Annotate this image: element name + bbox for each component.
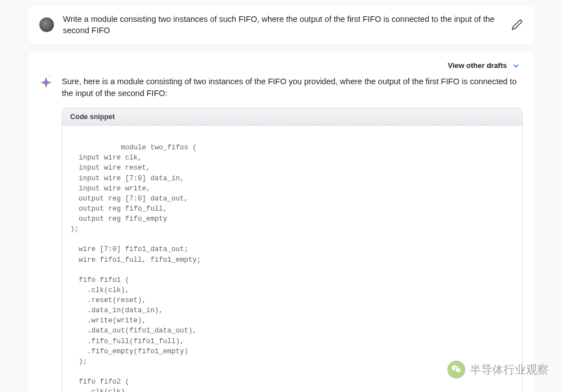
view-drafts-label: View other drafts <box>448 61 507 70</box>
watermark: 半导体行业观察 <box>447 361 549 379</box>
user-avatar <box>39 17 54 32</box>
user-message-card: Write a module consisting two instances … <box>28 6 534 44</box>
bard-sparkle-icon <box>39 76 53 89</box>
response-card: View other drafts <box>28 52 534 392</box>
code-block: Code snippet module two_fifos ( input wi… <box>62 108 523 392</box>
response-intro-text: Sure, here is a module consisting of two… <box>62 76 523 101</box>
wechat-icon <box>447 361 465 379</box>
code-content[interactable]: module two_fifos ( input wire clk, input… <box>62 126 522 392</box>
user-message-text: Write a module consisting two instances … <box>63 13 502 37</box>
view-drafts-toggle[interactable]: View other drafts <box>39 61 523 70</box>
code-header-label: Code snippet <box>62 108 522 126</box>
watermark-text: 半导体行业观察 <box>470 362 549 377</box>
edit-icon[interactable] <box>511 19 523 30</box>
code-text: module two_fifos ( input wire clk, input… <box>70 144 201 392</box>
chevron-down-icon <box>511 61 520 70</box>
